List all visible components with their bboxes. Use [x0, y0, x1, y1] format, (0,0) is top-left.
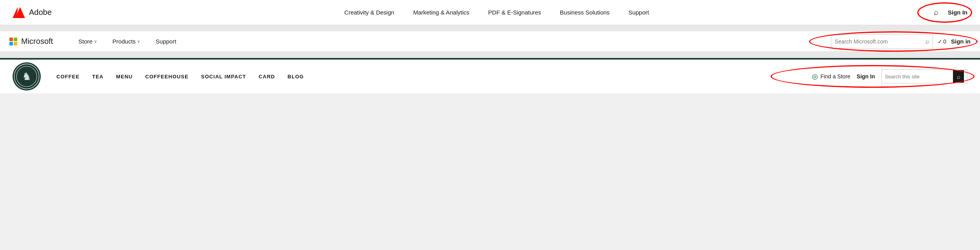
ms-grid-green [14, 38, 17, 41]
sb-nav-coffee[interactable]: COFFEE [56, 74, 80, 80]
microsoft-grid-icon [9, 38, 17, 45]
adobe-nav-creativity[interactable]: Creativity & Design [344, 9, 394, 16]
adobe-nav-marketing[interactable]: Marketing & Analytics [413, 9, 469, 16]
ms-nav-products[interactable]: Products ∨ [106, 38, 146, 45]
adobe-nav-right: ⌕ Sign In [934, 8, 967, 17]
adobe-nav-business[interactable]: Business Solutions [560, 9, 610, 16]
sb-nav-links: COFFEE TEA MENU COFFEEHOUSE SOCIAL IMPAC… [56, 74, 812, 80]
ms-search-box: ⌕ [831, 34, 933, 49]
sb-signin-button[interactable]: Sign In [857, 73, 875, 80]
adobe-logo-text: Adobe [29, 8, 52, 17]
ms-products-chevron: ∨ [137, 39, 140, 43]
adobe-nav-links: Creativity & Design Marketing & Analytic… [60, 9, 934, 16]
ms-grid-yellow [14, 42, 17, 45]
microsoft-navbar: Microsoft Store ∨ Products ∨ Support ⌕ ✓… [0, 31, 980, 52]
ms-nav-support[interactable]: Support [149, 38, 183, 45]
sb-search-box: ⌕ [881, 69, 967, 83]
adobe-logo-icon [13, 7, 25, 18]
ms-store-chevron: ∨ [94, 39, 97, 43]
adobe-nav-support[interactable]: Support [628, 9, 649, 16]
ms-nav-store[interactable]: Store ∨ [72, 38, 103, 45]
ms-cart[interactable]: ✓ 0 [938, 38, 946, 45]
svg-text:♞: ♞ [22, 70, 31, 82]
ms-nav-right: ⌕ ✓ 0 Sign in [831, 34, 971, 49]
separator-2 [0, 52, 980, 58]
sb-search-input[interactable] [885, 74, 951, 80]
sb-location-icon: ◎ [812, 72, 818, 81]
microsoft-logo[interactable]: Microsoft [9, 37, 72, 46]
sb-find-store-label: Find a Store [820, 73, 850, 80]
sb-nav-menu[interactable]: MENU [116, 74, 132, 80]
adobe-search-icon[interactable]: ⌕ [934, 8, 938, 17]
adobe-nav-pdf[interactable]: PDF & E-Signatures [488, 9, 541, 16]
ms-search-input[interactable] [835, 38, 923, 45]
ms-search-button[interactable]: ⌕ [926, 38, 929, 45]
ms-nav-links: Store ∨ Products ∨ Support [72, 38, 183, 45]
sb-nav-coffeehouse[interactable]: COFFEEHOUSE [145, 74, 189, 80]
adobe-logo[interactable]: Adobe [13, 7, 60, 18]
sb-find-store[interactable]: ◎ Find a Store [812, 72, 850, 81]
starbucks-logo[interactable]: ♞ [13, 62, 41, 91]
adobe-navbar: Adobe Creativity & Design Marketing & An… [0, 0, 980, 25]
ms-cart-count: 0 [943, 38, 946, 45]
ms-cart-icon: ✓ [938, 38, 942, 45]
starbucks-navbar: ♞ COFFEE TEA MENU COFFEEHOUSE SOCIAL IMP… [0, 58, 980, 93]
sb-search-button[interactable]: ⌕ [953, 70, 964, 83]
sb-nav-card[interactable]: CARD [259, 74, 275, 80]
sb-nav-blog[interactable]: BLOG [288, 74, 304, 80]
ms-grid-blue [9, 42, 13, 45]
sb-nav-tea[interactable]: TEA [92, 74, 103, 80]
adobe-signin-button[interactable]: Sign In [948, 9, 967, 16]
ms-grid-red [9, 38, 13, 41]
sb-nav-social-impact[interactable]: SOCIAL IMPACT [201, 74, 246, 80]
microsoft-logo-text: Microsoft [21, 37, 53, 46]
ms-signin-button[interactable]: Sign in [951, 38, 971, 45]
starbucks-logo-svg: ♞ [13, 62, 41, 91]
sb-nav-right: ◎ Find a Store Sign In ⌕ [812, 69, 967, 83]
separator-1 [0, 25, 980, 31]
